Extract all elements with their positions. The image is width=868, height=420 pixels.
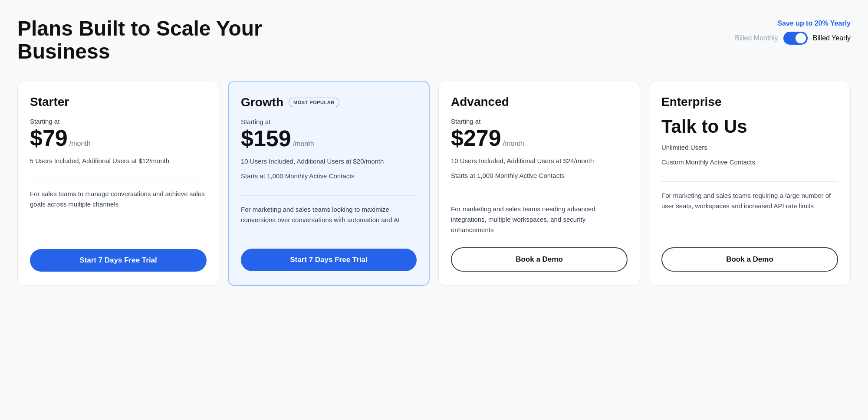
plan-name: Advanced (451, 95, 509, 109)
plan-description: For marketing and sales teams needing ad… (451, 204, 628, 235)
page-header: Plans Built to Scale Your Business Save … (17, 17, 851, 63)
plan-card-growth: Growth MOST POPULAR Starting at $159 /mo… (228, 81, 430, 286)
price-row: $79 /month (30, 127, 207, 149)
plan-description: For marketing and sales teams requiring … (661, 190, 838, 235)
cta-button-growth[interactable]: Start 7 Days Free Trial (241, 249, 417, 271)
plan-description: For marketing and sales teams looking to… (241, 204, 417, 236)
plan-card-enterprise: Enterprise Talk to Us Unlimited Users Cu… (649, 81, 851, 286)
plan-card-advanced: Advanced Starting at $279 /month 10 User… (438, 81, 640, 286)
plans-grid: Starter Starting at $79 /month 5 Users I… (17, 81, 851, 286)
users-info: 5 Users Included, Additional Users at $1… (30, 156, 207, 166)
divider (661, 181, 838, 182)
plan-name-row: Enterprise (661, 95, 838, 109)
plan-card-starter: Starter Starting at $79 /month 5 Users I… (17, 81, 219, 286)
billing-toggle-area: Save up to 20% Yearly Billed Monthly Bil… (735, 17, 851, 45)
price-amount: $279 (451, 127, 501, 149)
users-info: 10 Users Included, Additional Users at $… (241, 157, 417, 167)
contacts-info: Starts at 1,000 Monthly Active Contacts (451, 171, 628, 181)
page-title: Plans Built to Scale Your Business (17, 17, 321, 63)
billed-yearly-label: Billed Yearly (813, 34, 851, 42)
toggle-row: Billed Monthly Billed Yearly (735, 32, 851, 45)
price-amount: $159 (241, 127, 291, 150)
price-amount: Talk to Us (661, 118, 747, 136)
price-period: /month (69, 140, 91, 148)
price-row: Talk to Us (661, 118, 838, 136)
plan-name: Enterprise (661, 95, 722, 109)
save-label: Save up to 20% Yearly (777, 20, 851, 27)
plan-name: Growth (241, 95, 283, 109)
plan-name-row: Growth MOST POPULAR (241, 95, 417, 109)
price-amount: $79 (30, 127, 68, 149)
plan-description: For sales teams to manage conversations … (30, 189, 207, 237)
plan-name-row: Starter (30, 95, 207, 109)
starting-at: Starting at (451, 118, 628, 125)
price-row: $279 /month (451, 127, 628, 149)
starting-at: Starting at (30, 118, 207, 125)
contacts-info: Starts at 1,000 Monthly Active Contacts (241, 171, 417, 181)
users-info: Unlimited Users (661, 143, 838, 153)
plan-name-row: Advanced (451, 95, 628, 109)
most-popular-badge: MOST POPULAR (289, 98, 339, 107)
price-row: $159 /month (241, 127, 417, 150)
cta-button-starter[interactable]: Start 7 Days Free Trial (30, 249, 207, 272)
plan-name: Starter (30, 95, 69, 109)
starting-at: Starting at (241, 118, 417, 125)
price-period: /month (293, 140, 314, 148)
cta-button-advanced[interactable]: Book a Demo (451, 247, 628, 272)
price-period: /month (503, 140, 524, 148)
divider (451, 195, 628, 195)
divider (30, 180, 207, 180)
billed-monthly-label: Billed Monthly (735, 34, 778, 42)
cta-button-enterprise[interactable]: Book a Demo (661, 247, 838, 272)
billing-toggle[interactable] (783, 32, 808, 45)
contacts-info: Custom Monthly Active Contacts (661, 158, 838, 167)
users-info: 10 Users Included, Additional Users at $… (451, 156, 628, 166)
divider (241, 195, 417, 196)
